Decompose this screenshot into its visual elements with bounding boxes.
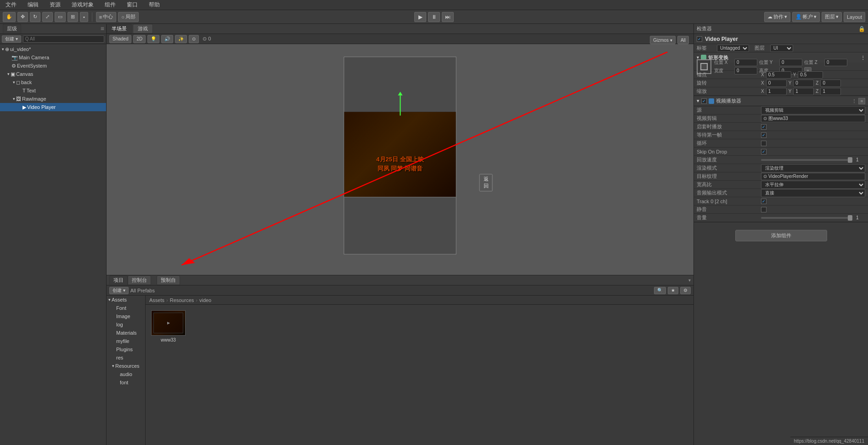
skip-checkbox[interactable] [761, 149, 767, 154]
source-dropdown[interactable]: 视频剪辑 [761, 106, 865, 114]
play-button[interactable]: ▶ [414, 12, 426, 22]
rot-y-input[interactable] [793, 80, 814, 87]
hier-text[interactable]: ▶ T Text [0, 86, 106, 95]
folder-audio[interactable]: ▶ audio [107, 370, 145, 378]
audio-mode-dropdown[interactable]: 直接 [761, 189, 865, 197]
vp-extra-btn[interactable]: ≡ [858, 98, 865, 104]
menu-assets[interactable]: 资源 [48, 1, 62, 9]
rotate-tool[interactable]: ↻ [30, 12, 40, 22]
project-tab[interactable]: 项目 [109, 275, 128, 285]
pause-button[interactable]: ⏸ [428, 12, 440, 22]
autoplay-checkbox[interactable] [761, 124, 767, 130]
hier-main-camera[interactable]: ▶ 📷 Main Camera [0, 53, 106, 62]
menu-gameobject[interactable]: 游戏对象 [70, 1, 96, 9]
prefab-tab[interactable]: 预制自 [157, 275, 180, 285]
rot-x-input[interactable] [766, 80, 787, 87]
hier-scene-root[interactable]: ▾ ⊕ ui_video* [0, 45, 106, 53]
tag-dropdown[interactable]: Untagged [717, 45, 749, 52]
pivot-y-input[interactable] [798, 71, 823, 79]
folder-resources[interactable]: ▾ Resources [107, 362, 145, 370]
hier-rawimage[interactable]: ▾ 🖼 RawImage [0, 95, 106, 103]
hand-tool[interactable]: ✋ [3, 12, 16, 22]
hierarchy-search[interactable] [23, 35, 104, 43]
playback-slider[interactable] [761, 159, 852, 161]
asset-search-icon[interactable]: 🔍 [654, 287, 666, 294]
lock-icon[interactable]: 🔒 [858, 26, 865, 32]
audio-btn[interactable]: 🔊 [161, 35, 173, 43]
step-button[interactable]: ⏭ [442, 12, 454, 22]
hier-event-system[interactable]: ▶ ⚙ EventSystem [0, 62, 106, 70]
hier-canvas[interactable]: ▾ ▣ Canvas [0, 70, 106, 78]
local-toggle[interactable]: ○ 局部 [118, 12, 139, 22]
folder-font2[interactable]: ▶ font [107, 378, 145, 387]
wait-checkbox[interactable] [761, 132, 767, 138]
breadcrumb-resources[interactable]: Resources [170, 297, 194, 303]
folder-image[interactable]: ▶ Image [107, 312, 145, 320]
folder-plugins[interactable]: ▶ Plugins [107, 345, 145, 354]
scale-z-input[interactable] [820, 88, 841, 95]
hierarchy-create-btn[interactable]: 创建 ▾ [2, 35, 21, 43]
volume-slider[interactable] [761, 217, 852, 219]
layers-button[interactable]: 图层 ▾ [822, 12, 842, 22]
track-checkbox[interactable] [761, 199, 767, 204]
scale-tool[interactable]: ⤢ [42, 12, 53, 22]
scene-tab[interactable]: 半场景 [107, 24, 132, 34]
shading-dropdown[interactable]: Shaded [109, 35, 131, 43]
pos-x-input[interactable] [734, 59, 757, 66]
hierarchy-tab[interactable]: 层级 [3, 24, 21, 34]
pos-z-input[interactable] [824, 59, 847, 66]
asset-www33[interactable]: ▶ www33 [149, 308, 187, 344]
move-tool[interactable]: ✥ [17, 12, 28, 22]
render-mode-dropdown[interactable]: 渲染纹理 [761, 164, 865, 172]
folder-font[interactable]: ▶ Font [107, 304, 145, 312]
bottom-create-btn[interactable]: 创建 ▾ [109, 287, 129, 294]
vp-section-header[interactable]: ▾ 视频播放器 ⋮ ≡ [694, 96, 868, 106]
hierarchy-collapse[interactable]: ≡ [101, 25, 104, 32]
asset-star-icon[interactable]: ★ [668, 287, 678, 294]
console-tab[interactable]: 控制台 [128, 275, 151, 285]
folder-assets[interactable]: ▾ Assets [107, 296, 145, 304]
mute-checkbox[interactable] [761, 207, 767, 212]
target-texture-field[interactable]: ⊙ VideoPlayerRender [761, 173, 865, 180]
component-enable-checkbox[interactable] [697, 36, 702, 42]
layer-dropdown[interactable]: UI [770, 45, 793, 52]
center-toggle[interactable]: ≡ 中心 [96, 12, 116, 22]
hier-back[interactable]: ▾ ◻ back [0, 78, 106, 86]
account-button[interactable]: 👤 帐户 ▾ [792, 12, 820, 22]
game-tab[interactable]: 游戏 [133, 24, 153, 34]
rot-z-input[interactable] [820, 80, 841, 87]
bottom-collapse-btn[interactable]: ▾ [688, 278, 691, 283]
vp-enable-checkbox[interactable] [701, 98, 707, 104]
2d-toggle[interactable]: 2D [133, 35, 146, 43]
pivot-x-input[interactable] [766, 71, 791, 79]
lighting-btn[interactable]: 💡 [147, 35, 159, 43]
scale-x-input[interactable] [766, 88, 787, 95]
folder-log[interactable]: ▶ log [107, 320, 145, 329]
folder-res[interactable]: ▶ res [107, 354, 145, 362]
add-component-button[interactable]: 添加组件 [735, 230, 827, 241]
loop-checkbox[interactable] [761, 141, 767, 146]
effects-btn[interactable]: ✨ [175, 35, 187, 43]
menu-file[interactable]: 文件 [4, 1, 18, 9]
pos-y-input[interactable] [779, 59, 802, 66]
return-button[interactable]: 返回 [479, 174, 493, 191]
menu-edit[interactable]: 编辑 [26, 1, 40, 9]
all-button[interactable]: All [677, 36, 689, 44]
dot-tool[interactable]: • [80, 12, 88, 22]
aspect-dropdown[interactable]: 水平拉伸 [761, 181, 865, 189]
breadcrumb-video[interactable]: video [199, 297, 211, 303]
breadcrumb-assets[interactable]: Assets [149, 297, 164, 303]
rect-tool[interactable]: ▭ [55, 12, 66, 22]
gizmos-button[interactable]: Gizmos ▾ [650, 36, 676, 44]
folder-materials[interactable]: ▶ Materials [107, 329, 145, 337]
vp-menu-btn[interactable]: ⋮ [852, 98, 857, 103]
hier-video-player[interactable]: ▶ ▶ Video Player [0, 103, 106, 111]
transform-tool[interactable]: ⊞ [68, 12, 78, 22]
folder-myfile[interactable]: ▶ myfile [107, 337, 145, 345]
menu-window[interactable]: 窗口 [125, 1, 140, 9]
menu-component[interactable]: 组件 [103, 1, 118, 9]
menu-help[interactable]: 帮助 [147, 1, 162, 9]
particles-btn[interactable]: ⊙ [189, 35, 199, 43]
layout-button[interactable]: Layout [844, 12, 865, 22]
scale-y-input[interactable] [793, 88, 814, 95]
